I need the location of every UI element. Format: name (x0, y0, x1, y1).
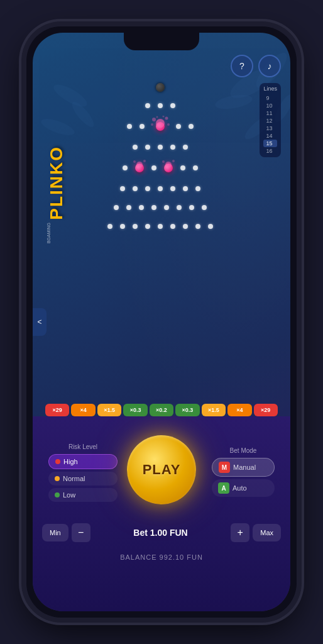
logo-sub: BGAMING (47, 223, 51, 243)
balance-display: BALANCE 992.10 FUN (33, 553, 290, 561)
peg (126, 205, 131, 210)
peg (127, 124, 132, 129)
svg-point-16 (133, 160, 136, 163)
peg (158, 224, 163, 229)
decrease-button[interactable]: − (72, 523, 90, 542)
bet-amount: Bet 1.00 FUN (94, 528, 227, 538)
mult-15-right[interactable]: ×1.5 (202, 404, 226, 416)
manual-icon: M (219, 462, 230, 473)
lines-option-14[interactable]: 14 (263, 132, 277, 140)
svg-point-18 (165, 162, 172, 168)
lines-option-16[interactable]: 16 (263, 147, 277, 155)
splash-2 (132, 158, 147, 169)
ball-container (152, 122, 168, 131)
pink-ball (156, 122, 165, 131)
risk-high-button[interactable]: High (48, 454, 118, 469)
pink-ball-3 (164, 164, 173, 172)
risk-low-dot (55, 492, 60, 497)
svg-point-10 (165, 117, 168, 120)
peg (151, 205, 156, 210)
auto-mode-button[interactable]: A Auto (212, 479, 275, 497)
peg (145, 224, 150, 229)
svg-point-11 (151, 123, 153, 126)
help-button[interactable]: ? (231, 55, 253, 77)
risk-low-button[interactable]: Low (48, 488, 118, 502)
peg (107, 224, 112, 229)
mult-4-right[interactable]: ×4 (227, 404, 251, 416)
min-button[interactable]: Min (42, 524, 68, 541)
peg (158, 103, 163, 108)
lines-panel: Lines 9 10 11 12 13 14 15 16 (260, 83, 281, 157)
peg (170, 186, 175, 191)
lines-option-13[interactable]: 13 (263, 125, 277, 132)
risk-high-dot (55, 459, 60, 464)
peg (140, 124, 145, 129)
peg (145, 145, 150, 150)
multiplier-bar: ×29 ×4 ×1.5 ×0.3 ×0.2 ×0.3 ×1.5 ×4 ×29 (45, 404, 278, 416)
lines-option-10[interactable]: 10 (263, 102, 277, 109)
mult-4-left[interactable]: ×4 (71, 404, 95, 416)
svg-point-19 (162, 160, 165, 163)
risk-label: Risk Level (48, 443, 118, 450)
peg (133, 186, 138, 191)
mult-03-left[interactable]: ×0.3 (123, 404, 147, 416)
peg (145, 186, 150, 191)
mult-29-right[interactable]: ×29 (254, 404, 278, 416)
peg-row-6 (67, 205, 253, 210)
peg-row-4 (67, 164, 253, 172)
peg (193, 165, 198, 170)
lines-option-9[interactable]: 9 (263, 94, 277, 102)
logo-main: PLINKO (47, 146, 67, 220)
collapse-button[interactable]: < (33, 308, 47, 336)
peg (180, 165, 185, 170)
mult-15-left[interactable]: ×1.5 (97, 404, 121, 416)
peg-row-7 (67, 224, 253, 229)
peg (123, 165, 128, 170)
phone-notch (124, 33, 199, 50)
peg (183, 224, 188, 229)
increase-button[interactable]: + (231, 523, 249, 542)
risk-level-section: Risk Level High Normal Low (48, 443, 118, 504)
manual-mode-button[interactable]: M Manual (212, 458, 275, 477)
lines-option-12[interactable]: 12 (263, 117, 277, 125)
svg-point-15 (136, 162, 143, 168)
peg (133, 145, 138, 150)
auto-icon: A (218, 482, 229, 494)
lines-option-15[interactable]: 15 (263, 140, 277, 147)
bet-mode-section: Bet Mode M Manual A Auto (212, 447, 275, 499)
peg (176, 124, 181, 129)
pink-ball-2 (135, 164, 144, 172)
bet-controls: Min − Bet 1.00 FUN + Max (42, 523, 281, 542)
phone-frame: ? ♪ PLINKO BGAMING Lines 9 10 11 12 13 1… (26, 26, 297, 618)
mult-03-right[interactable]: ×0.3 (175, 404, 199, 416)
peg (133, 224, 138, 229)
peg (195, 224, 200, 229)
lines-label: Lines (263, 86, 277, 92)
max-button[interactable]: Max (253, 524, 281, 541)
risk-high-label: High (63, 458, 78, 465)
peg (114, 205, 119, 210)
mult-29-left[interactable]: ×29 (45, 404, 69, 416)
peg (170, 103, 175, 108)
peg (177, 205, 182, 210)
peg (158, 145, 163, 150)
manual-label: Manual (233, 464, 256, 471)
peg-row-3 (67, 145, 253, 150)
mult-02[interactable]: ×0.2 (150, 404, 173, 416)
svg-point-20 (172, 160, 175, 162)
sound-button[interactable]: ♪ (258, 55, 281, 77)
svg-point-12 (167, 123, 170, 126)
peg (189, 205, 194, 210)
top-bar: ? ♪ (231, 55, 281, 77)
peg-row-1 (67, 103, 253, 108)
lines-option-11[interactable]: 11 (263, 109, 277, 117)
svg-point-9 (152, 118, 156, 121)
risk-normal-label: Normal (63, 475, 85, 482)
risk-normal-button[interactable]: Normal (48, 472, 118, 486)
peg (120, 224, 125, 229)
play-button[interactable]: PLAY (127, 435, 196, 504)
peg (195, 186, 200, 191)
ball-drop (156, 83, 165, 92)
peg (183, 145, 188, 150)
peg (170, 224, 175, 229)
